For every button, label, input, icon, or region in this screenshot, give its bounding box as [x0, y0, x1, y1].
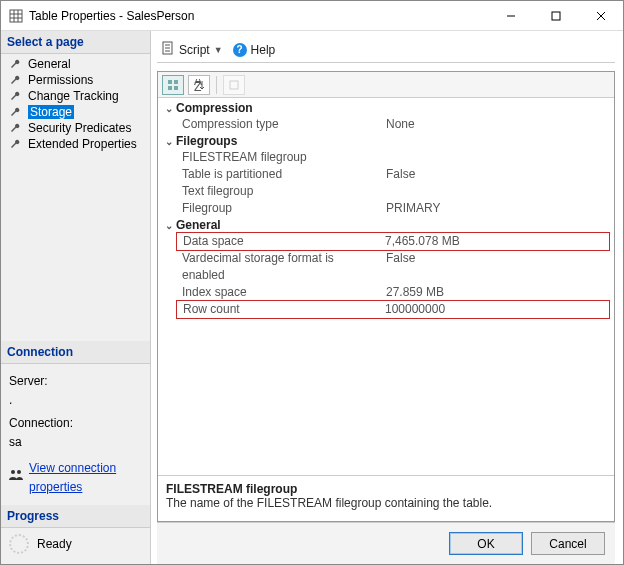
category-filegroups[interactable]: ⌄Filegroups: [158, 133, 614, 149]
connection-label: Connection:: [9, 414, 142, 433]
property-grid-toolbar: AZ: [158, 72, 614, 98]
table-icon: [9, 9, 23, 23]
page-list: General Permissions Change Tracking Stor…: [1, 54, 150, 154]
page-item-extended-properties[interactable]: Extended Properties: [1, 136, 150, 152]
dialog-footer: OK Cancel: [157, 522, 615, 564]
wrench-icon: [9, 121, 23, 135]
row-data-space[interactable]: Data space7,465.078 MB: [176, 232, 610, 251]
cancel-button[interactable]: Cancel: [531, 532, 605, 555]
wrench-icon: [9, 89, 23, 103]
row-filegroup[interactable]: FilegroupPRIMARY: [158, 200, 614, 217]
chevron-down-icon: ⌄: [162, 220, 176, 231]
row-table-partitioned[interactable]: Table is partitionedFalse: [158, 166, 614, 183]
svg-rect-6: [552, 12, 560, 20]
progress-heading: Progress: [1, 505, 150, 528]
progress-spinner-icon: [9, 534, 29, 554]
chevron-down-icon: ⌄: [162, 103, 176, 114]
page-label: Permissions: [28, 73, 93, 87]
page-item-security-predicates[interactable]: Security Predicates: [1, 120, 150, 136]
page-label: Security Predicates: [28, 121, 131, 135]
toolbar-separator: [216, 76, 217, 94]
alphabetical-view-button[interactable]: AZ: [188, 75, 210, 95]
script-icon: [161, 41, 175, 58]
window-title: Table Properties - SalesPerson: [29, 9, 488, 23]
wrench-icon: [9, 105, 23, 119]
category-general[interactable]: ⌄General: [158, 217, 614, 233]
view-connection-properties-link[interactable]: View connection properties: [29, 459, 142, 497]
chevron-down-icon: ⌄: [162, 136, 176, 147]
script-button[interactable]: Script ▼: [161, 41, 223, 58]
property-pages-button: [223, 75, 245, 95]
progress-status: Ready: [37, 537, 72, 551]
property-description: FILESTREAM filegroup The name of the FIL…: [158, 475, 614, 521]
row-index-space[interactable]: Index space27.859 MB: [158, 284, 614, 301]
people-icon: [9, 468, 23, 487]
svg-rect-21: [230, 81, 238, 89]
row-text-filegroup[interactable]: Text filegroup: [158, 183, 614, 200]
page-item-general[interactable]: General: [1, 56, 150, 72]
svg-rect-15: [168, 80, 172, 84]
page-label: General: [28, 57, 71, 71]
connection-info: Server: . Connection: sa View connection…: [1, 364, 150, 505]
sidebar: Select a page General Permissions Change…: [1, 31, 151, 564]
svg-point-10: [17, 470, 21, 474]
chevron-down-icon: ▼: [214, 45, 223, 55]
help-label: Help: [251, 43, 276, 57]
minimize-button[interactable]: [488, 1, 533, 30]
page-item-permissions[interactable]: Permissions: [1, 72, 150, 88]
row-compression-type[interactable]: Compression typeNone: [158, 116, 614, 133]
svg-point-9: [11, 470, 15, 474]
page-label: Extended Properties: [28, 137, 137, 151]
category-compression[interactable]: ⌄Compression: [158, 100, 614, 116]
description-text: The name of the FILESTREAM filegroup con…: [166, 496, 606, 510]
row-vardecimal[interactable]: Vardecimal storage format is enabledFals…: [158, 250, 614, 284]
page-label: Change Tracking: [28, 89, 119, 103]
page-item-change-tracking[interactable]: Change Tracking: [1, 88, 150, 104]
wrench-icon: [9, 57, 23, 71]
titlebar: Table Properties - SalesPerson: [1, 1, 623, 31]
property-rows: ⌄Compression Compression typeNone ⌄Fileg…: [158, 98, 614, 475]
description-title: FILESTREAM filegroup: [166, 482, 606, 496]
categorized-view-button[interactable]: [162, 75, 184, 95]
ok-button[interactable]: OK: [449, 532, 523, 555]
main-toolbar: Script ▼ ? Help: [157, 37, 615, 63]
close-button[interactable]: [578, 1, 623, 30]
help-button[interactable]: ? Help: [233, 43, 276, 57]
svg-text:Z: Z: [194, 80, 201, 91]
connection-heading: Connection: [1, 341, 150, 364]
maximize-button[interactable]: [533, 1, 578, 30]
row-filestream-filegroup[interactable]: FILESTREAM filegroup: [158, 149, 614, 166]
page-item-storage[interactable]: Storage: [1, 104, 150, 120]
wrench-icon: [9, 137, 23, 151]
wrench-icon: [9, 73, 23, 87]
property-grid: AZ ⌄Compression Compression typeNone ⌄Fi…: [157, 71, 615, 522]
server-value: .: [9, 391, 142, 410]
svg-rect-0: [10, 10, 22, 22]
select-page-heading: Select a page: [1, 31, 150, 54]
row-row-count[interactable]: Row count100000000: [176, 300, 610, 319]
script-label: Script: [179, 43, 210, 57]
connection-value: sa: [9, 433, 142, 452]
svg-rect-18: [174, 86, 178, 90]
svg-rect-17: [168, 86, 172, 90]
help-icon: ?: [233, 43, 247, 57]
page-label: Storage: [28, 105, 74, 119]
svg-rect-16: [174, 80, 178, 84]
server-label: Server:: [9, 372, 142, 391]
